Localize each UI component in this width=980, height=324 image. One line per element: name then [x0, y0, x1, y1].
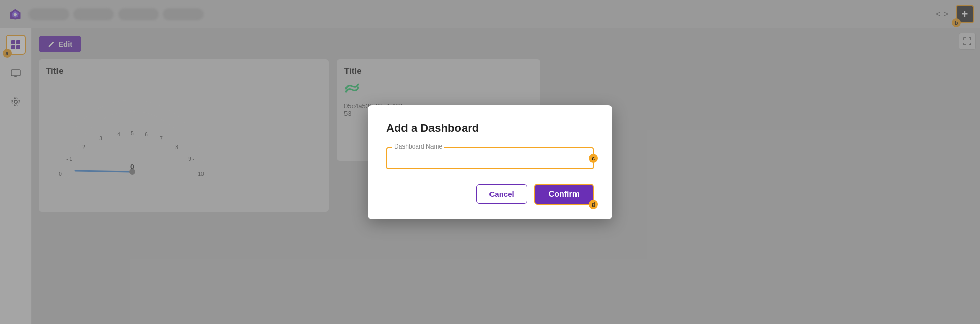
add-dashboard-dialog: Add a Dashboard Dashboard Name c Cancel …: [368, 105, 612, 219]
dialog-input-wrapper: Dashboard Name c: [386, 147, 594, 169]
modal-overlay: Add a Dashboard Dashboard Name c Cancel …: [0, 0, 980, 324]
dashboard-name-input[interactable]: [394, 154, 586, 163]
cancel-button[interactable]: Cancel: [476, 184, 527, 204]
dialog-title: Add a Dashboard: [386, 122, 594, 135]
badge-c: c: [589, 154, 598, 163]
confirm-button[interactable]: Confirm d: [534, 184, 594, 205]
badge-d: d: [589, 200, 598, 209]
dashboard-name-label: Dashboard Name: [392, 143, 444, 150]
dialog-actions: Cancel Confirm d: [386, 184, 594, 205]
